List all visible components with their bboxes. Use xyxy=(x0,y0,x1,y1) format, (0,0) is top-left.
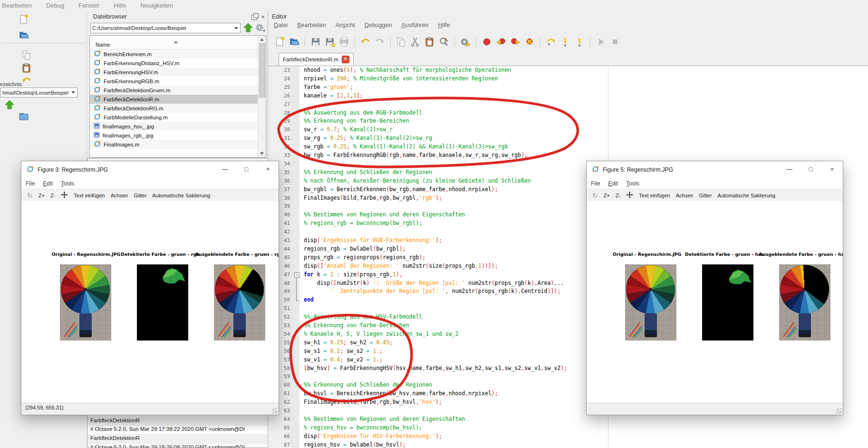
save-icon[interactable] xyxy=(309,36,322,48)
copy-icon[interactable] xyxy=(21,49,33,62)
zoom-out-button[interactable]: Z- xyxy=(616,193,620,198)
figure3-canvas[interactable]: Original - Regenschirm.JPGDetektierte Fa… xyxy=(21,201,279,405)
step-icon[interactable] xyxy=(545,36,557,48)
figure-tool-2[interactable]: Text einfügen xyxy=(74,193,105,198)
step-in-icon[interactable] xyxy=(559,36,571,48)
directory-up-icon[interactable] xyxy=(242,22,254,33)
minimize-button[interactable]: — xyxy=(779,161,800,178)
close-button[interactable]: × xyxy=(257,161,279,178)
minimize-button[interactable]: — xyxy=(214,161,236,178)
editor-menu-bearbeiten[interactable]: Bearbeiten xyxy=(297,22,326,29)
figure-menu-file[interactable]: File xyxy=(591,180,600,187)
figure-menu-tools[interactable]: Tools xyxy=(626,180,639,187)
scroll-down-icon[interactable] xyxy=(260,152,264,155)
fold-marker[interactable] xyxy=(293,287,302,296)
figure-menu-tools[interactable]: Tools xyxy=(61,180,74,187)
pan-icon[interactable] xyxy=(61,191,68,199)
figure5-canvas[interactable]: Original - Regenschirm.JPGDetektierte Fa… xyxy=(587,201,843,405)
undo-icon[interactable] xyxy=(21,75,33,88)
file-row[interactable]: FarbModelleDarstellung.m xyxy=(90,113,258,122)
figure-menu-edit[interactable]: Edit xyxy=(608,180,618,187)
resize-grip[interactable] xyxy=(836,408,842,414)
file-row[interactable]: FinalImages.m xyxy=(90,140,258,149)
gear-icon[interactable] xyxy=(255,22,267,33)
fold-marker[interactable] xyxy=(293,271,302,279)
figure-tool-4[interactable]: Gitter xyxy=(134,193,146,198)
history-row[interactable]: FarbfleckDetektionR xyxy=(87,417,269,427)
browse-folder-icon[interactable] xyxy=(18,110,29,121)
breakpoint-clear-icon[interactable] xyxy=(523,36,536,48)
save-as-icon[interactable] xyxy=(324,36,336,48)
file-row[interactable]: BereichErkennen.m xyxy=(90,49,258,58)
figure-tool-3[interactable]: Achsen xyxy=(676,193,694,198)
open-file-icon[interactable] xyxy=(288,36,300,48)
editor-menu-hilfe[interactable]: Hilfe xyxy=(438,22,450,29)
scroll-up-icon[interactable] xyxy=(260,38,264,41)
file-row[interactable]: FarbErkennungDistanz_HSV.m xyxy=(90,58,258,68)
file-row[interactable]: FarbfleckDetektionGruen.m xyxy=(90,86,258,95)
maximize-button[interactable]: □ xyxy=(800,161,821,178)
pan-icon[interactable] xyxy=(626,191,633,199)
close-button[interactable]: × xyxy=(821,161,843,178)
breakpoint-toggle-icon[interactable] xyxy=(481,36,493,48)
working-directory-combo[interactable]: hmad\Desktop\Loose\Beispiel xyxy=(0,88,77,97)
tab-close-icon[interactable]: ✕ xyxy=(342,56,349,63)
copy-icon[interactable] xyxy=(395,36,407,48)
path-combo[interactable]: C:/Users/ahmad/Desktop/Loose/Beispiel xyxy=(90,23,241,33)
breakpoint-next-icon[interactable] xyxy=(509,36,521,48)
figure-tool-5[interactable]: Automatische Saklierung xyxy=(717,193,775,198)
run-save-icon[interactable] xyxy=(459,36,472,48)
editor-menu-datei[interactable]: Datei xyxy=(274,22,288,29)
rotate-icon[interactable]: ↻ xyxy=(592,192,598,199)
rotate-icon[interactable]: ↻ xyxy=(27,192,33,199)
figure-menu-edit[interactable]: Edit xyxy=(43,180,53,187)
editor-menu-ausführen[interactable]: Ausführen xyxy=(401,22,428,29)
cut-icon[interactable] xyxy=(409,36,422,48)
breakpoint-prev-icon[interactable] xyxy=(495,36,507,48)
history-row[interactable]: # Octave 5.2.0, Sun Mar 29 17:38:22 2020… xyxy=(87,425,269,435)
scrollbar-thumb[interactable] xyxy=(259,43,265,97)
file-row[interactable]: FarbfleckDetektionRG.m xyxy=(90,104,258,113)
figure5-titlebar[interactable]: Figure 5: Regenschirm.JPG — □ × xyxy=(587,161,843,178)
find-icon[interactable] xyxy=(438,36,450,48)
undock-panel-icon[interactable] xyxy=(251,15,257,20)
zoom-out-button[interactable]: Z- xyxy=(50,193,55,198)
print-icon[interactable] xyxy=(338,36,350,48)
file-row[interactable]: finalImages_hsv_.jpg xyxy=(90,122,258,131)
file-row[interactable]: FarbfleckDetektionR.m xyxy=(90,95,258,104)
paste-icon[interactable] xyxy=(21,62,33,75)
editor-menu-debuggen[interactable]: Debuggen xyxy=(365,22,392,29)
new-script-icon[interactable] xyxy=(18,14,32,28)
paste-icon[interactable] xyxy=(424,36,436,48)
new-script-icon[interactable] xyxy=(274,36,286,48)
file-list-header[interactable]: Name xyxy=(90,36,266,49)
directory-up-icon[interactable] xyxy=(4,99,15,110)
figure-tool-3[interactable]: Achsen xyxy=(111,193,128,198)
editor-menu-ansicht[interactable]: Ansicht xyxy=(336,22,355,29)
maximize-button[interactable]: □ xyxy=(236,161,257,178)
zoom-in-button[interactable]: Z+ xyxy=(604,193,610,198)
fold-marker[interactable] xyxy=(293,279,302,288)
open-file-icon[interactable] xyxy=(18,29,32,44)
file-list-scrollbar[interactable] xyxy=(258,36,266,157)
history-row[interactable]: FarbfleckDetektionR xyxy=(87,434,269,444)
resize-grip[interactable] xyxy=(272,408,278,414)
history-row[interactable]: # Octave 5.2.0, Sun Mar 29 18:26:08 2020… xyxy=(87,443,269,448)
figure-tool-5[interactable]: Automatische Saklierung xyxy=(152,193,210,198)
stop-icon[interactable] xyxy=(609,36,621,48)
file-row[interactable]: FarbErkennungHSV.m xyxy=(90,68,258,77)
undo-icon[interactable] xyxy=(359,36,372,48)
figure-tool-4[interactable]: Gitter xyxy=(699,193,712,198)
run-icon[interactable] xyxy=(595,36,607,48)
figure3-titlebar[interactable]: Figure 3: Regenschirm.JPG — □ × xyxy=(21,161,279,178)
step-out-icon[interactable] xyxy=(573,36,586,48)
figure-tool-2[interactable]: Text einfügen xyxy=(639,193,670,198)
redo-icon[interactable] xyxy=(374,36,386,48)
fold-marker[interactable] xyxy=(293,296,302,304)
figure-menu-file[interactable]: File xyxy=(26,180,35,187)
tab-farbfleckdetektionr[interactable]: FarbfleckDetektionR.m ✕ xyxy=(279,53,354,66)
zoom-in-button[interactable]: Z+ xyxy=(39,193,45,198)
file-row[interactable]: FarbErkennungRGB.m xyxy=(90,77,258,86)
close-panel-icon[interactable]: × xyxy=(261,14,265,20)
file-row[interactable]: finalImages_rgb_.jpg xyxy=(90,131,258,140)
